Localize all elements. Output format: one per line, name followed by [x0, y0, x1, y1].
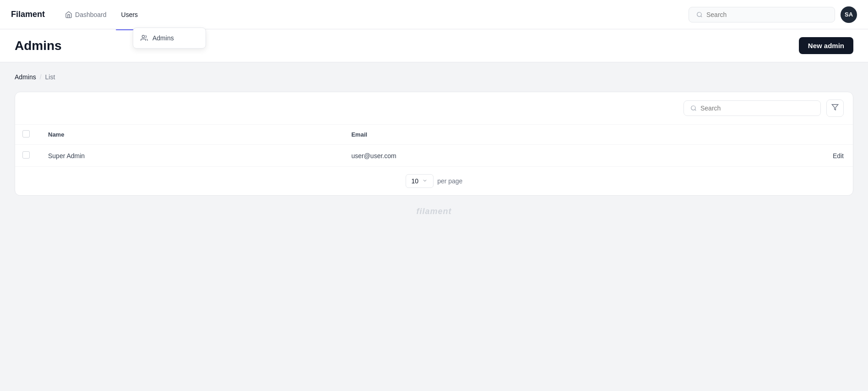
table-footer: 10 per page: [15, 166, 853, 195]
table-toolbar: [15, 92, 853, 125]
breadcrumb-list: List: [45, 73, 55, 81]
dropdown-admins[interactable]: Admins: [133, 30, 206, 46]
header: Filament Dashboard Users SA: [0, 0, 868, 29]
table-search[interactable]: [684, 100, 821, 116]
home-icon: [65, 11, 72, 18]
main-content: Admins / List: [0, 62, 868, 238]
filter-icon: [831, 104, 839, 113]
nav-users-label: Users: [121, 11, 138, 18]
new-admin-button[interactable]: New admin: [799, 37, 853, 54]
svg-point-0: [697, 12, 701, 16]
users-dropdown: Admins: [133, 28, 206, 49]
svg-marker-3: [832, 105, 838, 110]
row-checkbox-cell: [15, 145, 39, 167]
search-icon: [696, 11, 703, 18]
svg-point-2: [691, 106, 695, 110]
per-page-text: per page: [437, 177, 462, 185]
admins-icon: [141, 34, 148, 42]
page-title: Admins: [15, 39, 62, 53]
nav-dashboard[interactable]: Dashboard: [60, 7, 112, 22]
table-search-input[interactable]: [700, 105, 814, 112]
row-name: Super Admin: [39, 145, 342, 167]
app-logo[interactable]: Filament: [11, 10, 45, 19]
nav-users[interactable]: Users: [116, 7, 144, 22]
breadcrumb: Admins / List: [15, 73, 853, 81]
header-right: SA: [689, 6, 857, 23]
global-search[interactable]: [689, 7, 835, 22]
name-column-header: Name: [39, 125, 342, 145]
per-page-select[interactable]: 10: [406, 174, 434, 188]
page-header: Admins New admin: [0, 29, 868, 62]
row-checkbox[interactable]: [22, 151, 30, 159]
select-all-header: [15, 125, 39, 145]
avatar[interactable]: SA: [841, 6, 857, 23]
breadcrumb-admins[interactable]: Admins: [15, 73, 36, 81]
dropdown-admins-label: Admins: [152, 34, 174, 42]
table-card: Name Email Super Admin user@user.com Edi…: [15, 92, 853, 196]
per-page-value: 10: [412, 177, 419, 185]
filter-button[interactable]: [826, 99, 844, 117]
main-nav: Dashboard Users: [60, 7, 689, 22]
nav-dashboard-label: Dashboard: [75, 11, 107, 18]
row-edit-link[interactable]: Edit: [691, 145, 853, 167]
breadcrumb-separator: /: [40, 73, 42, 81]
admins-table: Name Email Super Admin user@user.com Edi…: [15, 125, 853, 166]
email-column-header: Email: [342, 125, 691, 145]
select-all-checkbox[interactable]: [22, 130, 30, 138]
row-email: user@user.com: [342, 145, 691, 167]
global-search-input[interactable]: [706, 11, 827, 18]
actions-column-header: [691, 125, 853, 145]
table-search-icon: [690, 105, 697, 111]
svg-point-1: [142, 35, 144, 38]
table-row: Super Admin user@user.com Edit: [15, 145, 853, 167]
chevron-down-icon: [422, 177, 428, 185]
footer-watermark: filament: [15, 196, 853, 227]
